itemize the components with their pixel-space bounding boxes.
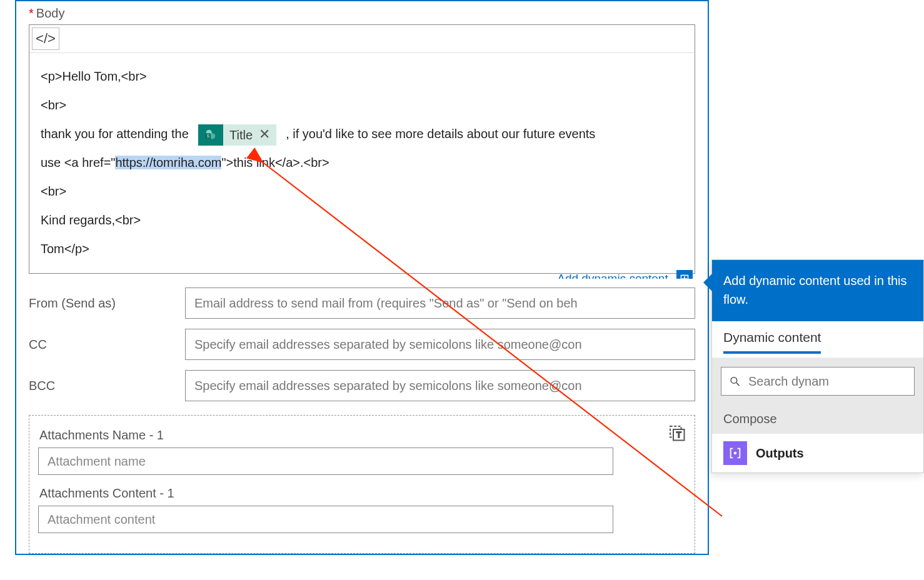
add-dynamic-content-link-clipped[interactable]: Add dynamic content ⊞ bbox=[16, 270, 693, 279]
attachment-name-label: Attachments Name - 1 bbox=[39, 428, 685, 442]
panel-tabs: Dynamic content bbox=[712, 321, 923, 358]
panel-header: Add dynamic content used in this flow. bbox=[712, 260, 923, 321]
bcc-row: BCC bbox=[16, 365, 708, 406]
from-label: From (Send as) bbox=[29, 296, 173, 311]
tab-dynamic-content[interactable]: Dynamic content bbox=[723, 330, 821, 354]
body-line: <p>Hello Tom,<br> bbox=[41, 69, 147, 83]
svg-point-7 bbox=[731, 378, 737, 384]
bcc-label: BCC bbox=[29, 379, 173, 393]
body-line: <br> bbox=[41, 184, 66, 198]
token-label: Title bbox=[223, 121, 259, 149]
compose-icon bbox=[723, 441, 747, 465]
email-action-card: *Body </> <p>Hello Tom,<br> <br> thank y… bbox=[15, 0, 709, 555]
panel-item-outputs[interactable]: Outputs bbox=[712, 434, 923, 472]
attachment-content-label: Attachments Content - 1 bbox=[39, 486, 685, 501]
body-highlighted-url: https://tomriha.com bbox=[115, 156, 221, 169]
body-line: Kind regards,<br> bbox=[41, 213, 141, 227]
attachment-name-input[interactable] bbox=[38, 448, 613, 475]
dynamic-content-panel: Add dynamic content used in this flow. D… bbox=[711, 259, 924, 473]
switch-to-array-icon[interactable]: T bbox=[667, 423, 686, 442]
code-view-toggle[interactable]: </> bbox=[32, 28, 59, 50]
body-line: thank you for attending the bbox=[41, 127, 192, 141]
svg-line-8 bbox=[736, 382, 740, 386]
body-editor[interactable]: </> <p>Hello Tom,<br> <br> thank you for… bbox=[29, 24, 695, 274]
body-label: *Body bbox=[16, 1, 708, 22]
svg-text:S: S bbox=[207, 133, 209, 138]
from-input[interactable] bbox=[185, 288, 695, 319]
sharepoint-icon: S bbox=[198, 124, 223, 146]
panel-search-wrap bbox=[712, 358, 923, 404]
panel-search[interactable] bbox=[721, 367, 915, 396]
required-marker: * bbox=[29, 6, 34, 20]
body-toolbar: </> bbox=[29, 25, 695, 53]
body-line: <br> bbox=[41, 98, 66, 112]
attachments-block: T Attachments Name - 1 Attachments Conte… bbox=[29, 415, 695, 554]
bcc-input[interactable] bbox=[185, 370, 695, 401]
search-icon bbox=[729, 374, 741, 388]
body-line: , if you'd like to see more details abou… bbox=[283, 127, 596, 141]
panel-item-label: Outputs bbox=[756, 446, 804, 461]
body-content[interactable]: <p>Hello Tom,<br> <br> thank you for att… bbox=[29, 53, 695, 273]
body-line: Tom</p> bbox=[41, 242, 89, 256]
body-line: ">this link</a>.<br> bbox=[221, 156, 329, 169]
cc-input[interactable] bbox=[185, 329, 695, 360]
cc-row: CC bbox=[16, 324, 708, 365]
dynamic-token-title[interactable]: S Title ✕ bbox=[198, 124, 276, 146]
panel-section-compose: Compose bbox=[712, 404, 923, 434]
from-row: From (Send as) bbox=[16, 282, 708, 324]
svg-text:T: T bbox=[676, 431, 681, 439]
panel-pointer bbox=[703, 274, 712, 291]
cc-label: CC bbox=[29, 338, 173, 352]
attachment-content-input[interactable] bbox=[38, 506, 613, 533]
panel-search-input[interactable] bbox=[748, 374, 906, 389]
expand-icon[interactable]: ⊞ bbox=[676, 270, 693, 279]
token-remove-icon[interactable]: ✕ bbox=[259, 119, 276, 151]
body-line: use <a href=" bbox=[41, 156, 115, 169]
svg-point-9 bbox=[735, 452, 736, 454]
